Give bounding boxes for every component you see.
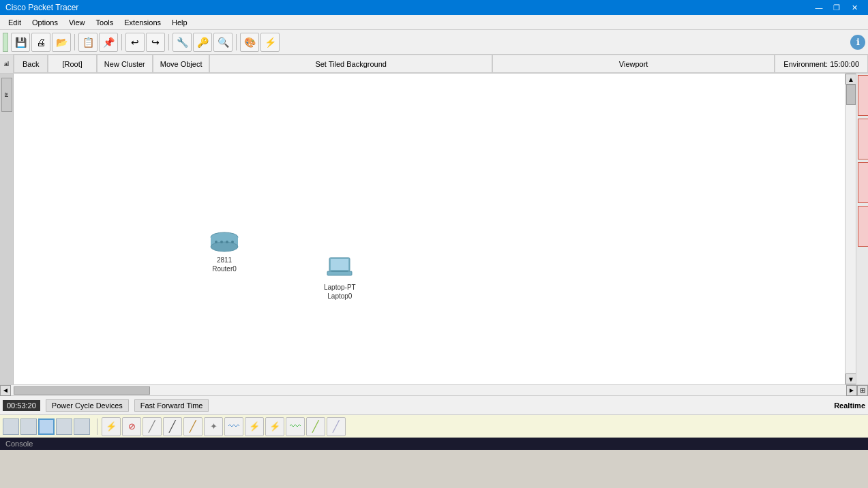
menubar: Edit Options View Tools Extensions Help (0, 15, 868, 30)
vertical-scrollbar: ▲ ▼ (845, 74, 856, 384)
router-label-line1: 2811 (217, 256, 232, 264)
svg-point-5 (226, 241, 228, 243)
power-button[interactable]: ⚡ (260, 33, 280, 52)
menu-help[interactable]: Help (166, 17, 193, 28)
device-item3[interactable] (38, 418, 55, 435)
fast-forward-button[interactable]: Fast Forward Time (134, 399, 209, 412)
scroll-thumb[interactable] (846, 85, 856, 105)
scroll-left-button[interactable]: ◄ (0, 385, 11, 396)
root-indicator: [Root] (48, 55, 96, 73)
close-button[interactable]: ✕ (846, 1, 863, 14)
sidebar-tab[interactable]: al (1, 78, 12, 112)
laptop-label-line1: Laptop-PT (324, 284, 356, 291)
info-button[interactable]: ℹ (850, 35, 865, 50)
title-text: Cisco Packet Tracer (5, 3, 78, 12)
menu-view[interactable]: View (63, 17, 91, 28)
corner-button[interactable]: ⊞ (857, 385, 868, 396)
back-button[interactable]: Back (14, 55, 48, 73)
usb-cable-button[interactable]: ⚡ (265, 417, 284, 436)
toolbar-indicator (3, 33, 8, 52)
scroll-down-button[interactable]: ▼ (845, 373, 856, 384)
left-sidebar: al (0, 74, 14, 384)
device-item2[interactable] (20, 418, 37, 435)
device-panel (3, 418, 90, 435)
console-cable-button[interactable]: 〰 (286, 417, 305, 436)
new-cluster-button[interactable]: New Cluster (97, 55, 153, 73)
menu-options[interactable]: Options (27, 17, 63, 28)
redo-button[interactable]: ↪ (146, 33, 165, 52)
device-item4[interactable] (56, 418, 72, 435)
separator2 (121, 34, 122, 50)
right-panel (856, 74, 868, 384)
save-button[interactable]: 💾 (11, 33, 30, 52)
status-bar: 00:53:20 Power Cycle Devices Fast Forwar… (0, 395, 868, 414)
undo-button[interactable]: ↩ (125, 33, 145, 52)
main-toolbar: 💾 🖨 📂 📋 📌 ↩ ↪ 🔧 🔑 🔍 🎨 ⚡ ℹ (0, 30, 868, 55)
window-controls: — ❐ ✕ (811, 1, 863, 14)
laptop-icon (326, 256, 353, 282)
color-button[interactable]: 🎨 (240, 33, 259, 52)
scroll-up-button[interactable]: ▲ (845, 74, 856, 85)
zoom-button[interactable]: 🔍 (213, 33, 233, 52)
laptop-label-line2: Laptop0 (327, 292, 352, 300)
nav-left-indicator: al (0, 55, 14, 73)
lightning-cable-button[interactable]: ⚡ (102, 417, 121, 436)
phone-cable-button[interactable]: ✦ (204, 417, 223, 436)
scroll-right-button[interactable]: ► (846, 385, 857, 396)
tool2-button[interactable]: 🔑 (193, 33, 212, 52)
print-button[interactable]: 🖨 (31, 33, 50, 52)
separator3 (168, 34, 169, 50)
minimize-button[interactable]: — (811, 1, 827, 14)
menu-tools[interactable]: Tools (91, 17, 119, 28)
navigation-bar: al Back [Root] New Cluster Move Object S… (0, 55, 868, 74)
serial-cable-button[interactable]: 〰 (224, 417, 243, 436)
device-item5[interactable] (74, 418, 90, 435)
bottom-toolbar: ⚡ ⊘ ╱ ╱ ╱ ✦ 〰 ⚡ ⚡ 〰 ╱ ╱ (0, 414, 868, 438)
right-panel-btn4[interactable] (858, 206, 868, 247)
scroll-track[interactable] (845, 85, 856, 373)
cable-type10-button[interactable]: ╱ (306, 417, 325, 436)
menu-extensions[interactable]: Extensions (119, 17, 166, 28)
time-display: 00:53:20 (3, 400, 40, 411)
right-panel-btn2[interactable] (858, 119, 868, 159)
svg-point-3 (215, 241, 218, 243)
crossover-cable-button[interactable]: ╱ (163, 417, 182, 436)
laptop-device[interactable]: Laptop-PT Laptop0 (324, 256, 356, 300)
hscroll-thumb[interactable] (14, 386, 150, 395)
set-tiled-background-button[interactable]: Set Tiled Background (209, 55, 492, 73)
separator4 (236, 34, 237, 50)
cable-type11-button[interactable]: ╱ (327, 417, 346, 436)
restore-button[interactable]: ❐ (828, 1, 845, 14)
svg-rect-8 (331, 259, 348, 270)
paste-button[interactable]: 📌 (99, 33, 118, 52)
main-content: al 2811 Router0 (0, 74, 868, 384)
right-panel-btn1[interactable] (858, 75, 868, 116)
console-area: Console (0, 438, 868, 450)
separator1 (74, 34, 75, 50)
menu-edit[interactable]: Edit (3, 17, 27, 28)
router-icon (208, 230, 241, 255)
titlebar: Cisco Packet Tracer — ❐ ✕ (0, 0, 868, 15)
power-cycle-button[interactable]: Power Cycle Devices (46, 399, 129, 412)
straight-cable-button[interactable]: ╱ (143, 417, 162, 436)
svg-point-6 (231, 241, 234, 243)
octal-cable-button[interactable]: ⚡ (245, 417, 264, 436)
router-device[interactable]: 2811 Router0 (208, 230, 241, 273)
realtime-label: Realtime (834, 401, 865, 410)
right-panel-btn3[interactable] (858, 162, 868, 203)
no-cable-button[interactable]: ⊘ (122, 417, 141, 436)
open-button[interactable]: 📂 (52, 33, 71, 52)
move-object-button[interactable]: Move Object (153, 55, 210, 73)
toolbar-separator (97, 418, 98, 435)
device-item1[interactable] (3, 418, 19, 435)
viewport-button[interactable]: Viewport (492, 55, 775, 73)
environment-indicator: Environment: 15:00:00 (775, 55, 868, 73)
network-canvas[interactable]: 2811 Router0 Laptop-PT Laptop0 (14, 74, 845, 384)
fiber-cable-button[interactable]: ╱ (183, 417, 203, 436)
svg-rect-10 (331, 271, 348, 272)
hscroll-track[interactable] (11, 386, 846, 395)
svg-point-2 (211, 242, 238, 251)
console-label: Console (5, 440, 33, 448)
tool1-button[interactable]: 🔧 (173, 33, 192, 52)
copy-button[interactable]: 📋 (78, 33, 98, 52)
